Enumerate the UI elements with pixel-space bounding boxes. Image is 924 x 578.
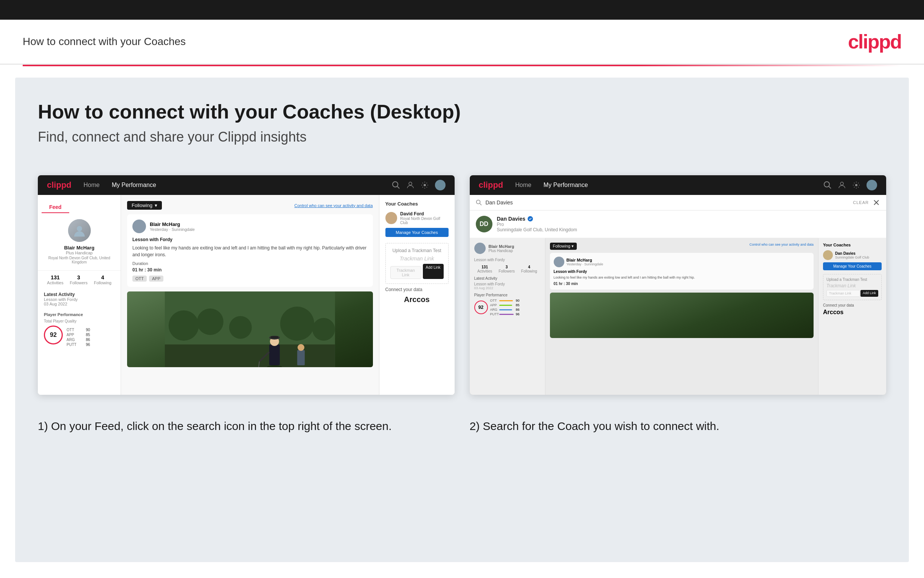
result-club: Sunningdale Golf Club, United Kingdom — [497, 227, 577, 232]
performance-bars: OTT 90 APP 85 — [66, 328, 90, 347]
mock-nav-performance-2: My Performance — [544, 182, 588, 188]
following-btn[interactable]: Following ▾ — [127, 201, 162, 210]
step-2-text: Search for the Coach you wish to connect… — [483, 420, 719, 432]
svg-point-4 — [77, 226, 82, 231]
person-icon — [406, 181, 414, 189]
post-date: Yesterday · Sunningdale — [150, 227, 195, 232]
manage-coaches-btn[interactable]: Manage Your Coaches — [385, 228, 448, 237]
stat-following: 4 Following — [94, 274, 111, 285]
post-duration: 01 hr : 30 min — [133, 267, 367, 273]
sidebar-profile: Blair McHarg Plus Handicap Royal North D… — [38, 219, 121, 271]
mock-logo-2: clippd — [479, 180, 503, 190]
mock-nav-performance: My Performance — [112, 182, 156, 188]
feed-tab[interactable]: Feed — [42, 201, 69, 213]
mock-main-1: Following ▾ Control who can see your act… — [121, 195, 379, 395]
search-icon[interactable] — [392, 181, 400, 189]
svg-line-22 — [829, 187, 831, 189]
clippd-logo: clippd — [848, 30, 901, 53]
mock-app-1: clippd Home My Performance — [38, 175, 455, 395]
trackman-upload: Upload a Trackman Test Trackman Link Tra… — [385, 243, 448, 284]
post-title: Lesson with Fordy — [133, 237, 367, 242]
connect-title: Connect your data — [385, 287, 448, 292]
svg-rect-16 — [271, 336, 278, 338]
settings-icon-2 — [852, 181, 861, 189]
svg-point-0 — [393, 182, 398, 187]
golfer-image — [127, 291, 373, 367]
search-input[interactable]: Dan Davies — [485, 200, 850, 206]
coach-club-1: Royal North Devon Golf Club — [400, 216, 448, 225]
stat-activities: 131 Activities — [47, 274, 63, 285]
svg-rect-13 — [269, 344, 280, 365]
person-icon-2 — [838, 181, 846, 189]
post-author: Blair McHarg — [150, 221, 195, 227]
svg-point-2 — [409, 182, 412, 185]
header-separator — [23, 65, 901, 66]
settings-icon — [421, 181, 429, 189]
post-avatar — [133, 219, 146, 233]
footer-copyright: Copyright Clippd 2022 — [0, 573, 924, 578]
search-icon-2[interactable] — [824, 181, 832, 189]
coach-club-2: Sunningdale Golf Club — [835, 255, 869, 259]
search-icon-overlay — [476, 200, 482, 206]
step-1-number: 1) — [38, 420, 48, 432]
svg-point-8 — [197, 308, 223, 335]
screenshot-2: clippd Home My Performance — [470, 175, 887, 395]
coaches-panel-1: Your Coaches David Ford Royal North Devo… — [379, 195, 455, 395]
control-link[interactable]: Control who can see your activity and da… — [294, 203, 372, 208]
mock-nav-avatar — [435, 180, 445, 190]
add-link-btn[interactable]: Add Link — [423, 264, 443, 279]
step-2-desc: 2) Search for the Coach you wish to conn… — [470, 417, 887, 435]
mock-nav-home: Home — [84, 182, 100, 188]
mock-nav-right-2 — [824, 180, 877, 190]
svg-line-26 — [480, 204, 481, 206]
coaches-title-1: Your Coaches — [385, 201, 448, 207]
coach-name-2: Dan Davies — [835, 251, 869, 255]
post-card: Blair McHarg Yesterday · Sunningdale Les… — [127, 214, 373, 287]
manage-coaches-btn-2[interactable]: Manage Your Coaches — [823, 262, 882, 270]
svg-point-20 — [298, 344, 304, 351]
post-content: Looking to feel like my hands are exitin… — [133, 245, 367, 258]
svg-point-3 — [424, 184, 426, 186]
trackman-input[interactable]: Trackman Link — [390, 266, 421, 279]
sidebar-avatar — [68, 219, 91, 242]
main-content: How to connect with your Coaches (Deskto… — [15, 78, 909, 562]
svg-rect-19 — [297, 350, 305, 365]
sidebar-location: Royal North Devon Golf Club, United King… — [44, 256, 115, 264]
mock-sidebar-1: Feed Blair McHarg — [38, 195, 121, 395]
arccos-label: Arccos — [385, 295, 448, 304]
sidebar-handicap: Plus Handicap — [44, 250, 115, 255]
svg-line-1 — [397, 187, 400, 189]
mock-nav-home-2: Home — [515, 182, 531, 188]
mock-app-2: clippd Home My Performance — [470, 175, 887, 395]
verified-icon — [528, 216, 533, 221]
result-avatar: DD — [476, 216, 492, 232]
svg-point-10 — [280, 307, 314, 341]
step-1-desc: 1) On your Feed, click on the search ico… — [38, 417, 455, 435]
mock-nav-1: clippd Home My Performance — [38, 175, 455, 195]
tag-ott: OTT — [133, 276, 147, 282]
screenshots-row: clippd Home My Performance — [38, 175, 886, 395]
top-bar — [0, 0, 924, 19]
search-close-btn[interactable] — [872, 199, 880, 206]
svg-point-7 — [169, 310, 199, 341]
mock-body-1: Feed Blair McHarg — [38, 195, 455, 395]
post-tags: OTT APP — [133, 276, 367, 282]
performance-score: 92 — [44, 326, 63, 344]
search-clear-btn[interactable]: CLEAR — [853, 200, 869, 205]
page-title: How to connect with your Coaches — [23, 36, 186, 48]
coach-avatar-1 — [385, 212, 398, 224]
mock-nav-right — [392, 180, 445, 190]
step-1-text: On your Feed, click on the search icon i… — [51, 420, 392, 432]
search-result-item[interactable]: DD Dan Davies Pro Sunningdale Golf Club, — [470, 211, 887, 238]
stat-followers: 3 Followers — [70, 274, 87, 285]
mock-nav-avatar-2 — [866, 180, 877, 190]
svg-rect-6 — [165, 344, 335, 367]
tag-app: APP — [149, 276, 163, 282]
sidebar-performance: Player Performance Total Player Quality … — [38, 309, 121, 351]
main-subheading: Find, connect and share your Clippd insi… — [38, 129, 886, 145]
screenshot-1: clippd Home My Performance — [38, 175, 455, 395]
sidebar-name: Blair McHarg — [44, 245, 115, 250]
svg-point-24 — [855, 184, 858, 186]
svg-point-9 — [229, 316, 252, 339]
svg-point-25 — [476, 200, 480, 204]
